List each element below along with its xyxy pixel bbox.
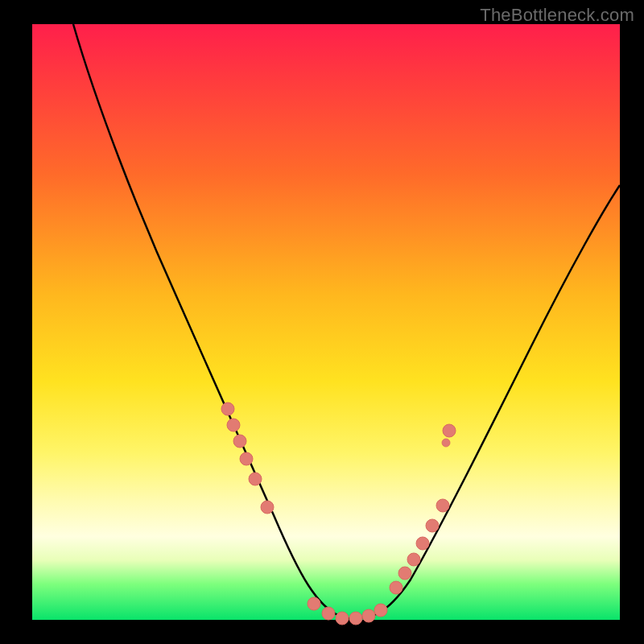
marker-dot bbox=[374, 604, 387, 617]
chart-svg bbox=[32, 24, 620, 620]
marker-dot bbox=[442, 439, 450, 447]
marker-dot bbox=[249, 473, 262, 485]
marker-dot bbox=[362, 609, 375, 622]
marker-dot bbox=[261, 501, 274, 514]
bottleneck-curve bbox=[73, 24, 620, 618]
marker-dot bbox=[221, 402, 234, 415]
marker-dot bbox=[416, 537, 429, 550]
marker-dot bbox=[308, 597, 320, 610]
marker-dot bbox=[349, 612, 362, 625]
marker-dot bbox=[322, 607, 335, 620]
marker-dot bbox=[398, 567, 411, 580]
plot-area bbox=[32, 24, 620, 620]
marker-dot bbox=[426, 519, 439, 532]
marker-dot bbox=[227, 419, 240, 431]
marker-dot bbox=[233, 435, 246, 448]
watermark-text: TheBottleneck.com bbox=[480, 5, 634, 26]
marker-dot bbox=[336, 612, 349, 625]
marker-dot bbox=[240, 452, 253, 465]
frame: TheBottleneck.com bbox=[0, 0, 644, 644]
marker-dot bbox=[436, 499, 449, 512]
marker-dot bbox=[390, 581, 402, 594]
marker-dot bbox=[407, 553, 420, 566]
marker-dot bbox=[443, 424, 456, 437]
